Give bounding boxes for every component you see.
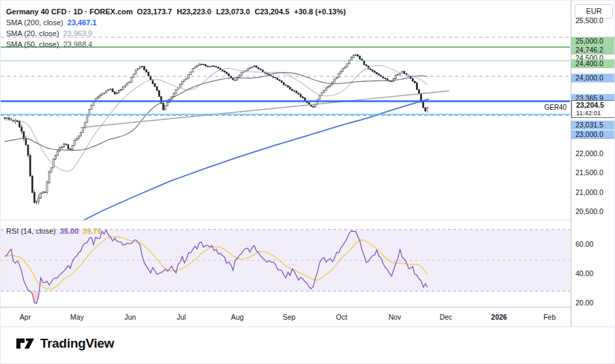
rsi-label: RSI (14, close)	[6, 226, 56, 237]
time-axis-label: 2026	[491, 313, 507, 321]
price-axis-label: 25,000.0	[571, 37, 615, 46]
time-axis-label: Sep	[283, 313, 296, 321]
high-value: H23,223.0	[177, 6, 211, 17]
sma50-label: SMA (50, close)	[6, 39, 59, 50]
ger40-line-label: GER40	[520, 103, 568, 112]
sma200-value: 23,467.1	[68, 17, 97, 28]
sma20-label: SMA (20, close)	[6, 28, 59, 39]
time-axis[interactable]: AprMayJunJulAugSepOctNovDec2026Feb	[1, 307, 571, 327]
price-axis-label: 20,500.0	[571, 207, 615, 216]
open-value: O23,173.7	[137, 6, 172, 17]
price-axis-label: 24,400.0	[571, 59, 615, 68]
tradingview-logo[interactable]: TradingView	[16, 336, 114, 351]
low-value: L23,073.0	[216, 6, 250, 17]
rsi-ma-value: 39.76	[82, 226, 102, 237]
time-axis-label: Apr	[20, 313, 31, 321]
price-axis-label: 60.00	[571, 240, 615, 249]
time-axis-label: Feb	[543, 313, 556, 321]
sma20-legend-row[interactable]: SMA (20, close) 23,963.9	[6, 28, 346, 39]
price-axis-label: 22,000.0	[571, 149, 615, 158]
price-axis-label: 24,746.2	[571, 46, 615, 55]
sma20-value: 23,963.9	[63, 28, 93, 39]
time-axis-label: Jul	[177, 313, 185, 321]
sma50-value: 23,988.4	[63, 39, 93, 50]
time-axis-label: Dec	[440, 313, 453, 321]
time-axis-label: Nov	[389, 313, 402, 321]
footer-area: TradingView	[1, 327, 615, 364]
change-value: +30.8 (+0.13%)	[294, 6, 346, 17]
time-axis-label: Jun	[125, 313, 136, 321]
price-axis-label: 24,000.0	[571, 74, 615, 82]
price-axis-label: 23,031.5	[571, 121, 615, 130]
time-axis-label: Aug	[231, 313, 244, 321]
price-axis-label: 23,000.0	[571, 130, 615, 139]
price-axis[interactable]: EUR 25,500.024,500.025,000.024,746.224,4…	[571, 1, 615, 327]
symbol-title: Germany 40 CFD · 1D · FOREX.com	[6, 6, 133, 17]
sma200-legend-row[interactable]: SMA (200, close) 23,467.1	[6, 17, 346, 28]
tradingview-chart-widget: Germany 40 CFD · 1D · FOREX.com O23,173.…	[0, 0, 615, 364]
price-axis-label: 20.00	[571, 299, 615, 307]
sma200-label: SMA (200, close)	[6, 17, 63, 28]
close-value: C23,204.5	[255, 6, 290, 17]
ohlc-values: O23,173.7 H23,223.0 L23,073.0 C23,204.5 …	[137, 6, 346, 17]
tradingview-logo-icon	[16, 336, 35, 351]
price-axis-label: 40.00	[571, 269, 615, 278]
price-axis-label: 21,000.0	[571, 188, 615, 197]
price-axis-label: 25,500.0	[571, 16, 615, 25]
tradingview-wordmark: TradingView	[40, 336, 114, 351]
current-price-label: 23,204.511:42:01	[571, 100, 615, 118]
rsi-value: 35.00	[60, 226, 79, 237]
rsi-legend-row[interactable]: RSI (14, close) 35.00 39.76	[6, 226, 102, 237]
time-axis-label: May	[70, 313, 84, 321]
sma50-legend-row[interactable]: SMA (50, close) 23,988.4	[6, 39, 346, 50]
symbol-legend-row[interactable]: Germany 40 CFD · 1D · FOREX.com O23,173.…	[6, 6, 346, 17]
chart-legend: Germany 40 CFD · 1D · FOREX.com O23,173.…	[6, 6, 346, 50]
price-axis-label: 21,500.0	[571, 168, 615, 177]
time-axis-label: Oct	[336, 313, 347, 321]
